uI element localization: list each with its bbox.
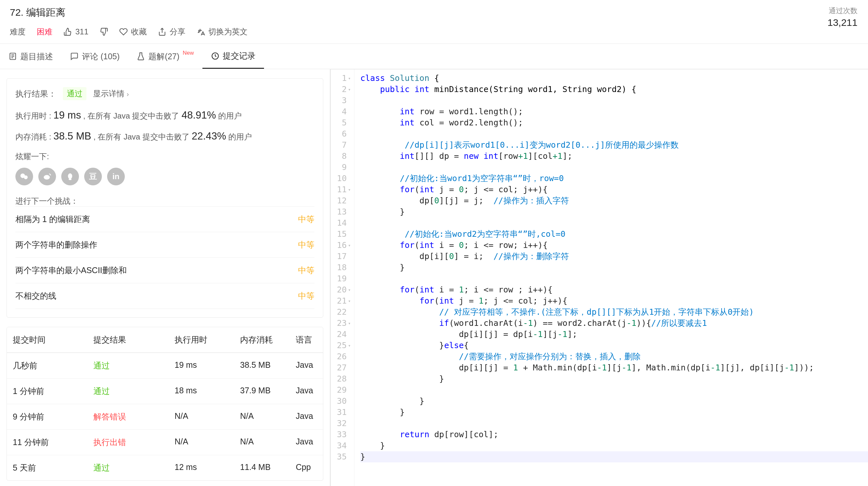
pass-count-value: 13,211 bbox=[827, 17, 858, 28]
pass-count-label: 通过次数 bbox=[827, 6, 858, 16]
td-runtime: 19 ms bbox=[169, 353, 234, 378]
td-time: 11 分钟前 bbox=[7, 430, 88, 455]
switch-language-button[interactable]: 切换为英文 bbox=[196, 27, 248, 37]
challenge-name: 不相交的线 bbox=[16, 290, 56, 301]
td-result: 通过 bbox=[88, 379, 169, 404]
editor-toolbar bbox=[331, 69, 868, 69]
history-icon bbox=[211, 52, 219, 60]
challenge-list: 相隔为 1 的编辑距离中等两个字符串的删除操作中等两个字符串的最小ASCII删除… bbox=[16, 206, 314, 309]
like-count: 311 bbox=[75, 27, 88, 36]
td-lang: Java bbox=[290, 430, 322, 455]
left-panel: 执行结果： 通过 显示详情 › 执行用时 : 19 ms , 在所有 Java … bbox=[0, 69, 331, 486]
challenge-item[interactable]: 两个字符串的最小ASCII删除和中等 bbox=[16, 257, 314, 283]
tab-submissions[interactable]: 提交记录 bbox=[203, 44, 264, 69]
memory-value: 38.5 MB bbox=[53, 130, 91, 142]
code-content[interactable]: class Solution { public int minDistance(… bbox=[354, 69, 868, 486]
problem-meta-row: 难度 困难 311 收藏 分享 切换为英文 bbox=[0, 19, 868, 43]
chevron-right-icon: › bbox=[127, 90, 129, 98]
td-lang: Java bbox=[290, 379, 322, 404]
code-editor[interactable]: 1▾2▾3 4 5 6 7 8 9 10 11▾12 13 14 15 16▾1… bbox=[331, 69, 868, 486]
share-label: 分享 bbox=[170, 27, 185, 37]
svg-point-3 bbox=[24, 175, 28, 180]
problem-title: 72. 编辑距离 bbox=[10, 6, 858, 19]
challenge-difficulty: 中等 bbox=[298, 265, 314, 276]
pass-count-box: 通过次数 13,211 bbox=[827, 6, 858, 28]
main-split: 执行结果： 通过 显示详情 › 执行用时 : 19 ms , 在所有 Java … bbox=[0, 69, 868, 486]
share-button[interactable]: 分享 bbox=[158, 27, 185, 37]
social-row: 豆 in bbox=[16, 168, 314, 185]
td-time: 5 天前 bbox=[7, 455, 88, 480]
challenge-item[interactable]: 相隔为 1 的编辑距离中等 bbox=[16, 206, 314, 232]
th-lang: 语言 bbox=[290, 327, 322, 352]
td-result: 通过 bbox=[88, 455, 169, 480]
th-result: 提交结果 bbox=[88, 327, 169, 352]
td-memory: N/A bbox=[234, 404, 290, 429]
share-icon bbox=[158, 28, 166, 36]
td-runtime: 12 ms bbox=[169, 455, 234, 480]
td-result: 通过 bbox=[88, 353, 169, 378]
svg-point-6 bbox=[69, 179, 72, 180]
td-time: 几秒前 bbox=[7, 353, 88, 378]
thumbs-down-icon bbox=[100, 28, 108, 36]
favorite-button[interactable]: 收藏 bbox=[119, 27, 147, 37]
tab-comments-label: 评论 (105) bbox=[82, 51, 120, 62]
challenge-item[interactable]: 不相交的线中等 bbox=[16, 283, 314, 309]
weibo-icon[interactable] bbox=[38, 168, 56, 185]
challenge-difficulty: 中等 bbox=[298, 239, 314, 250]
tab-bar: 题目描述 评论 (105) 题解(27) New 提交记录 i Java ▾ ≡… bbox=[0, 43, 868, 69]
exec-result-status: 通过 bbox=[63, 87, 87, 100]
tab-comments[interactable]: 评论 (105) bbox=[62, 44, 128, 69]
th-time: 提交时间 bbox=[7, 327, 88, 352]
tab-description[interactable]: 题目描述 bbox=[0, 44, 62, 69]
dislike-button[interactable] bbox=[100, 28, 108, 36]
td-runtime: N/A bbox=[169, 430, 234, 455]
share-label: 炫耀一下: bbox=[16, 151, 314, 162]
exec-result-label: 执行结果： bbox=[16, 89, 56, 99]
memory-row: 内存消耗 : 38.5 MB , 在所有 Java 提交中击败了 22.43% … bbox=[16, 130, 314, 142]
table-header-row: 提交时间 提交结果 执行用时 内存消耗 语言 bbox=[7, 327, 323, 353]
tab-description-label: 题目描述 bbox=[20, 51, 53, 62]
tab-submissions-label: 提交记录 bbox=[223, 51, 255, 61]
switch-language-label: 切换为英文 bbox=[208, 27, 248, 37]
page-root: 72. 编辑距离 通过次数 13,211 难度 困难 311 收藏 分享 切换为… bbox=[0, 0, 868, 486]
difficulty-label: 难度 bbox=[10, 27, 26, 37]
tab-solutions-label: 题解(27) bbox=[148, 51, 179, 62]
qq-icon[interactable] bbox=[61, 168, 79, 185]
next-challenge-label: 进行下一个挑战： bbox=[16, 196, 314, 206]
submission-table: 提交时间 提交结果 执行用时 内存消耗 语言 几秒前通过19 ms38.5 MB… bbox=[6, 327, 323, 481]
runtime-row: 执行用时 : 19 ms , 在所有 Java 提交中击败了 48.91% 的用… bbox=[16, 109, 314, 121]
table-row[interactable]: 几秒前通过19 ms38.5 MBJava bbox=[7, 353, 323, 378]
thumbs-up-icon bbox=[64, 28, 72, 36]
editor-panel: 1▾2▾3 4 5 6 7 8 9 10 11▾12 13 14 15 16▾1… bbox=[331, 69, 868, 486]
line-number-gutter: 1▾2▾3 4 5 6 7 8 9 10 11▾12 13 14 15 16▾1… bbox=[331, 69, 354, 486]
td-lang: Java bbox=[290, 404, 322, 429]
td-memory: N/A bbox=[234, 430, 290, 455]
runtime-value: 19 ms bbox=[53, 109, 81, 121]
new-badge: New bbox=[183, 50, 194, 56]
table-row[interactable]: 9 分钟前解答错误N/AN/AJava bbox=[7, 404, 323, 429]
wechat-icon[interactable] bbox=[16, 168, 33, 185]
like-button[interactable]: 311 bbox=[64, 27, 88, 36]
favorite-label: 收藏 bbox=[131, 27, 147, 37]
problem-header: 72. 编辑距离 通过次数 13,211 bbox=[0, 0, 868, 19]
result-row: 执行结果： 通过 显示详情 › bbox=[16, 87, 314, 100]
douban-icon[interactable]: 豆 bbox=[84, 168, 102, 185]
challenge-name: 两个字符串的删除操作 bbox=[16, 239, 97, 250]
challenge-item[interactable]: 两个字符串的删除操作中等 bbox=[16, 232, 314, 257]
svg-point-5 bbox=[68, 173, 72, 179]
challenge-name: 相隔为 1 的编辑距离 bbox=[16, 214, 90, 225]
tab-solutions[interactable]: 题解(27) New bbox=[128, 44, 202, 69]
runtime-percent: 48.91% bbox=[182, 109, 216, 121]
flask-icon bbox=[136, 52, 145, 61]
table-row[interactable]: 5 天前通过12 ms11.4 MBCpp bbox=[7, 455, 323, 480]
td-lang: Java bbox=[290, 353, 322, 378]
td-runtime: 18 ms bbox=[169, 379, 234, 404]
show-detail-link[interactable]: 显示详情 › bbox=[93, 89, 129, 99]
translate-icon bbox=[196, 28, 205, 36]
td-lang: Cpp bbox=[290, 455, 322, 480]
table-row[interactable]: 1 分钟前通过18 ms37.9 MBJava bbox=[7, 378, 323, 404]
td-result: 解答错误 bbox=[88, 404, 169, 429]
table-row[interactable]: 11 分钟前执行出错N/AN/AJava bbox=[7, 429, 323, 455]
linkedin-icon[interactable]: in bbox=[107, 168, 125, 185]
td-memory: 37.9 MB bbox=[234, 379, 290, 404]
